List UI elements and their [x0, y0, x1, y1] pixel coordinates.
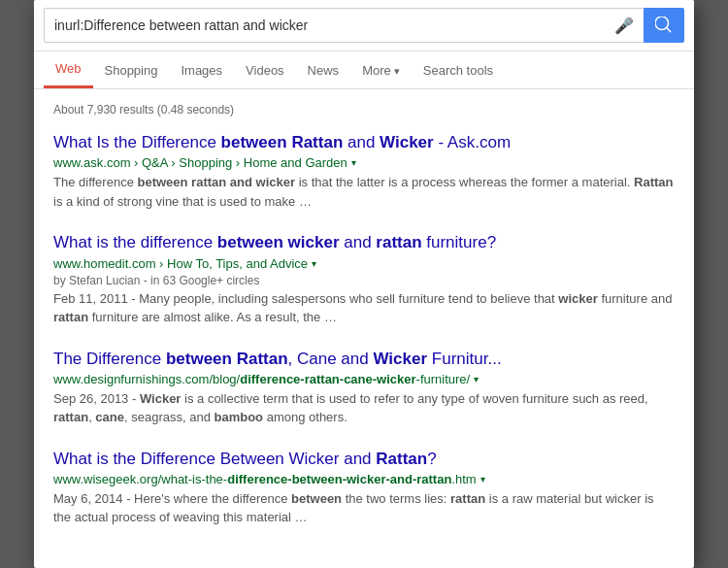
search-input-wrap: inurl:Difference between rattan and wick…	[44, 8, 644, 43]
result-snippet: Feb 11, 2011 - Many people, including sa…	[53, 289, 675, 327]
nav-tabs: Web Shopping Images Videos News More Sea…	[34, 51, 694, 89]
result-title[interactable]: What Is the Difference between Rattan an…	[53, 133, 511, 151]
result-url-dropdown[interactable]: ▾	[474, 374, 479, 384]
result-url: www.designfurnishings.com/blog/differenc…	[53, 372, 470, 386]
result-snippet: The difference between rattan and wicker…	[53, 173, 675, 211]
tab-images[interactable]: Images	[169, 53, 234, 87]
result-url: www.homedit.com › How To, Tips, and Advi…	[53, 256, 308, 271]
result-item: The Difference between Rattan, Cane and …	[53, 349, 675, 427]
result-snippet: May 6, 2014 - Here's where the differenc…	[53, 489, 675, 527]
result-item: What is the difference between wicker an…	[53, 232, 675, 326]
result-url-line: www.ask.com › Q&A › Shopping › Home and …	[53, 155, 675, 170]
result-url-dropdown[interactable]: ▾	[312, 258, 316, 269]
search-bar: inurl:Difference between rattan and wick…	[34, 0, 694, 51]
result-url-dropdown[interactable]: ▾	[480, 474, 485, 484]
tab-videos[interactable]: Videos	[234, 53, 296, 87]
result-title[interactable]: The Difference between Rattan, Cane and …	[53, 350, 502, 368]
results-count: About 7,930 results (0.48 seconds)	[53, 99, 675, 117]
result-meta: by Stefan Lucian - in 63 Google+ circles	[53, 274, 675, 287]
search-icon	[655, 17, 673, 34]
search-button[interactable]	[644, 8, 684, 43]
tab-search-tools[interactable]: Search tools	[412, 53, 505, 87]
result-snippet: Sep 26, 2013 - Wicker is a collective te…	[53, 389, 675, 427]
result-title[interactable]: What is the difference between wicker an…	[53, 233, 496, 251]
tab-web[interactable]: Web	[44, 51, 93, 88]
result-url: www.wisegeek.org/what-is-the-difference-…	[53, 472, 477, 486]
result-url-line: www.wisegeek.org/what-is-the-difference-…	[53, 472, 675, 486]
result-url-line: www.homedit.com › How To, Tips, and Advi…	[53, 256, 675, 271]
result-url: www.ask.com › Q&A › Shopping › Home and …	[53, 155, 347, 170]
search-results-window: inurl:Difference between rattan and wick…	[34, 0, 694, 567]
result-url-dropdown[interactable]: ▾	[351, 157, 356, 168]
result-item: What is the Difference Between Wicker an…	[53, 449, 675, 527]
results-area: About 7,930 results (0.48 seconds) What …	[34, 89, 694, 567]
search-input[interactable]: inurl:Difference between rattan and wick…	[54, 17, 609, 33]
result-item: What Is the Difference between Rattan an…	[53, 132, 675, 211]
tab-more[interactable]: More	[350, 53, 412, 87]
tab-shopping[interactable]: Shopping	[93, 53, 170, 87]
result-title[interactable]: What is the Difference Between Wicker an…	[53, 450, 437, 468]
result-url-line: www.designfurnishings.com/blog/differenc…	[53, 372, 675, 386]
tab-news[interactable]: News	[296, 53, 351, 87]
mic-icon[interactable]: 🎤	[614, 17, 634, 35]
